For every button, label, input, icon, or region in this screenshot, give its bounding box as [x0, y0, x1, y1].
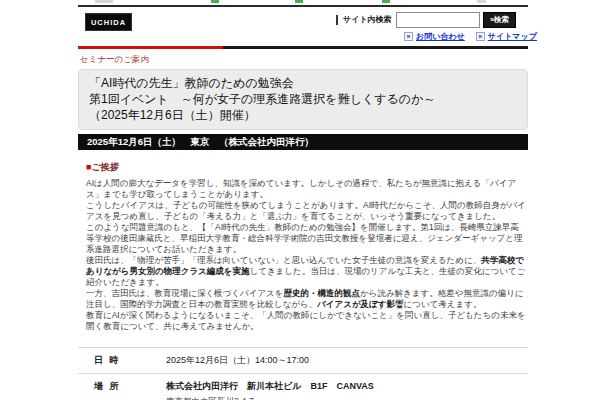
site-search-input[interactable]: [396, 12, 480, 28]
venue-address: 東京都中央区新川2-4-7: [166, 396, 449, 400]
greeting-paragraph: 一方、吉田氏は、教育現場に深く根づくバイアスを歴史的・構造的観点から読み解きます…: [86, 288, 526, 310]
top-edge-fragment: [477, 0, 486, 3]
header-links: » お問い合わせ » サイトマップ: [404, 31, 537, 42]
greeting-heading: ■ご挨拶: [86, 161, 526, 174]
page-title: 「AI時代の先生」教師のための勉強会 第1回イベント ～何が女子の理系進路選択を…: [78, 69, 528, 130]
breadcrumb: セミナーのご案内: [80, 54, 528, 66]
arrow-icon: »: [476, 32, 485, 41]
red-black-divider: [78, 46, 528, 49]
detail-value-datetime: 2025年12月6日（土）14:00～17:00: [166, 354, 309, 367]
top-edge-fragment: [295, 0, 303, 3]
uchida-logo[interactable]: UCHIDA: [85, 13, 132, 31]
greeting-paragraph: AIは人間の膨大なデータを学習し、知識を深めています。しかしその過程で、私たちが…: [86, 178, 526, 200]
content-column: セミナーのご案内 「AI時代の先生」教師のための勉強会 第1回イベント ～何が女…: [78, 46, 528, 400]
top-edge-fragment: [95, 0, 113, 3]
venue-name: 株式会社内田洋行 新川本社ビル B1F CANVAS: [166, 380, 449, 393]
title-line-1: 「AI時代の先生」教師のための勉強会: [89, 75, 517, 91]
sitemap-link[interactable]: » サイトマップ: [476, 31, 537, 42]
arrow-icon: »: [404, 32, 413, 41]
top-edge-fragment: [382, 0, 390, 3]
greeting-paragraph: こうしたバイアスは、子どもの可能性を狭めてしまうことがあります。AI時代だからこ…: [86, 200, 526, 222]
detail-label: 日 時: [94, 354, 166, 367]
search-button[interactable]: »検索: [483, 12, 516, 28]
event-date-bar: 2025年12月6日（土） 東京 （株式会社内田洋行）: [78, 134, 528, 150]
detail-row-datetime: 日 時 2025年12月6日（土）14:00～17:00: [78, 348, 528, 373]
greeting-paragraph: 後田氏は、「物理が苦手」「理系は向いていない」と思い込んでいた女子生徒の意識を変…: [86, 255, 526, 288]
top-edge-fragment: [211, 0, 219, 3]
detail-value-location: 株式会社内田洋行 新川本社ビル B1F CANVAS 東京都中央区新川2-4-7…: [166, 380, 449, 400]
greeting-paragraph: このような問題意識のもと、【「AI時代の先生」教師のための勉強会】を開催します。…: [86, 222, 526, 255]
contact-link[interactable]: » お問い合わせ: [404, 31, 465, 42]
event-details: 日 時 2025年12月6日（土）14:00～17:00 場 所 株式会社内田洋…: [78, 347, 528, 400]
detail-row-location: 場 所 株式会社内田洋行 新川本社ビル B1F CANVAS 東京都中央区新川2…: [78, 373, 528, 400]
seminar-page: UCHIDA サイト内検索 »検索 » お問い合わせ » サイトマップ セミナー…: [0, 0, 600, 400]
greeting-paragraph: 教育にAIが深く関わるようになるいまこそ、「人間の教師にしかできないこと」を問い…: [86, 310, 526, 332]
greeting-section: ■ご挨拶 AIは人間の膨大なデータを学習し、知識を深めています。しかしその過程で…: [86, 161, 526, 332]
site-search-label: サイト内検索: [336, 15, 392, 25]
title-line-2: 第1回イベント ～何が女子の理系進路選択を難しくするのか～: [89, 91, 517, 107]
detail-label: 場 所: [94, 380, 166, 400]
top-divider: [78, 5, 528, 7]
title-line-3: （2025年12月6日（土）開催）: [89, 107, 517, 123]
